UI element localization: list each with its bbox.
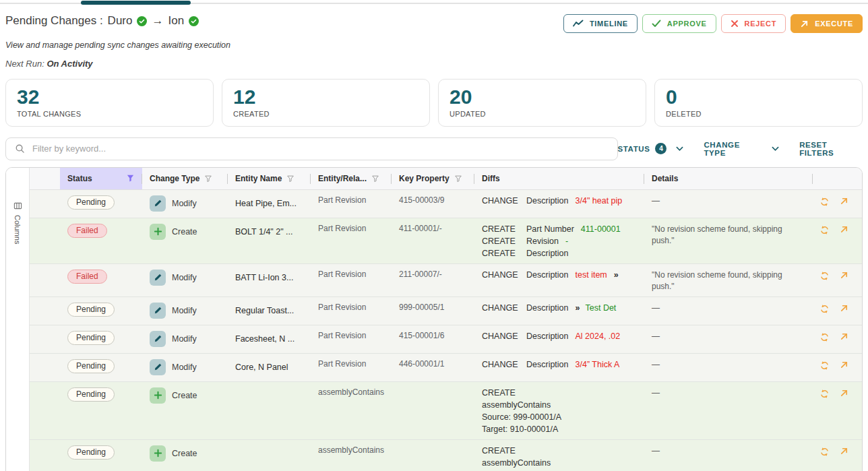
entity-relationship-cell: Part Revision [311, 190, 392, 218]
diff-line: CREATE [482, 445, 637, 457]
retry-sync-icon[interactable] [819, 389, 830, 399]
top-scrollbar-thumb[interactable] [81, 1, 191, 5]
diffs-cell: CHANGEDescriptiontest item» [474, 264, 644, 296]
filter-funnel-icon[interactable] [204, 175, 212, 183]
stat-value: 0 [666, 86, 851, 109]
diffs-cell: CHANGEDescription»Test Det [474, 297, 644, 325]
timeline-icon [573, 20, 584, 28]
columns-panel-label: Columns [13, 215, 22, 244]
change-type-cell: Create [142, 218, 228, 263]
open-change-icon[interactable] [840, 271, 848, 280]
filter-funnel-icon[interactable] [454, 175, 462, 183]
row-select-cell [30, 354, 60, 381]
change-type-cell: Create [142, 382, 228, 439]
reset-filters-button[interactable]: RESET FILTERS [799, 141, 863, 157]
change-type-label: Modify [172, 331, 197, 347]
create-icon [150, 445, 166, 462]
status-badge: Pending [67, 331, 115, 345]
pending-changes-table: Columns Status Change Type En [5, 167, 863, 471]
entity-name-cell: Regular Toast... [228, 297, 311, 325]
open-change-icon[interactable] [840, 197, 848, 206]
table-row: PendingModifyFacesheet, N ...Part Revisi… [30, 325, 862, 354]
page-subtitle: View and manage pending sync changes awa… [5, 40, 863, 50]
retry-sync-icon[interactable] [819, 271, 830, 281]
retry-sync-icon[interactable] [819, 332, 830, 342]
header-key-property[interactable]: Key Property [392, 168, 474, 189]
table-header-row: Status Change Type Entity Name [30, 168, 862, 190]
entity-relationship-cell: Part Revision [311, 218, 392, 263]
entity-relationship-cell: assemblyContains [311, 382, 392, 439]
diff-plain-segment: Source: 999-00001/A [482, 411, 561, 423]
diffs-cell: CREATEassemblyContainsSource: 999-00001/… [474, 382, 644, 439]
header-change-type[interactable]: Change Type [142, 168, 228, 189]
retry-sync-icon[interactable] [819, 304, 830, 314]
table-row: FailedModifyBATT Li-Ion 3...Part Revisio… [30, 264, 862, 297]
header-entity-name[interactable]: Entity Name [228, 168, 311, 189]
header-entity-relationship[interactable]: Entity/Rela... [311, 168, 392, 189]
approve-button[interactable]: APPROVE [642, 14, 716, 33]
retry-sync-icon[interactable] [819, 447, 830, 457]
open-change-icon[interactable] [840, 332, 848, 341]
entity-name-cell: BATT Li-Ion 3... [228, 264, 311, 296]
filter-funnel-icon[interactable] [371, 175, 379, 183]
diff-op-segment: CREATE [482, 445, 520, 457]
reject-button[interactable]: REJECT [721, 14, 786, 33]
status-filter-dropdown[interactable]: STATUS 4 [618, 143, 684, 154]
diff-plain-segment: Target: 910-00001/A [482, 423, 558, 435]
key-property-cell: 415-00003/9 [392, 190, 474, 218]
retry-sync-icon[interactable] [819, 225, 830, 235]
open-change-icon[interactable] [840, 447, 848, 456]
header-label: Status [67, 174, 92, 183]
open-change-icon[interactable] [840, 360, 848, 369]
header-details: Details [644, 168, 813, 189]
row-actions-cell [813, 325, 858, 353]
status-filter-count-badge: 4 [655, 143, 666, 154]
stat-label: DELETED [666, 110, 851, 118]
stat-card-deleted: 0 DELETED [654, 79, 863, 127]
diff-old-segment: 3/4” Thick A [576, 358, 620, 371]
open-change-icon[interactable] [840, 389, 848, 398]
timeline-button[interactable]: TIMELINE [563, 14, 638, 33]
columns-panel-toggle[interactable]: Columns [6, 168, 30, 471]
keyword-filter[interactable] [5, 137, 618, 160]
status-cell: Pending [60, 440, 142, 471]
retry-sync-icon[interactable] [819, 360, 830, 371]
header-label: Key Property [399, 174, 450, 183]
details-cell: — [644, 382, 813, 439]
change-type-cell: Create [142, 440, 228, 471]
open-change-icon[interactable] [840, 225, 848, 234]
diff-op-segment: CHANGE [482, 330, 520, 342]
status-badge: Pending [67, 387, 115, 402]
entity-relationship-cell: assemblyContains [311, 440, 392, 471]
diff-new-segment: Test Det [585, 302, 616, 314]
diff-field-segment: Description [526, 195, 569, 207]
row-actions-cell [813, 354, 858, 381]
modify-icon [150, 359, 166, 375]
change-type-filter-dropdown[interactable]: CHANGE TYPE [704, 141, 779, 157]
diff-line: assemblyContains [482, 399, 637, 411]
top-scrollbar[interactable] [0, 0, 868, 5]
stats-row: 32 TOTAL CHANGES 12 CREATED 20 UPDATED 0… [5, 79, 863, 127]
check-icon [652, 20, 661, 28]
arrow-up-right-icon [800, 20, 809, 28]
change-type-cell: Modify [142, 264, 228, 296]
diffs-cell: CHANGEDescription3/4” Thick A [474, 354, 644, 381]
entity-relationship-cell: Part Revision [311, 354, 392, 381]
diff-line: Source: 999-00001/A [482, 411, 637, 423]
entity-name-cell: BOLT 1/4" 2" ... [228, 218, 311, 263]
filter-funnel-icon[interactable] [286, 175, 294, 183]
chevron-down-icon [772, 146, 779, 152]
header-status[interactable]: Status [60, 168, 142, 189]
retry-sync-icon[interactable] [819, 197, 830, 207]
open-change-icon[interactable] [840, 304, 848, 313]
diff-line: CREATERevision- [482, 235, 637, 247]
execute-button[interactable]: EXECUTE [790, 14, 863, 33]
filter-funnel-icon-active[interactable] [126, 174, 135, 183]
status-cell: Failed [60, 264, 142, 296]
row-select-cell [30, 190, 60, 218]
search-input[interactable] [32, 144, 609, 154]
diff-line: CREATEDescription [482, 247, 637, 259]
entity-relationship-cell: Part Revision [311, 325, 392, 353]
key-property-cell: 446-00001/1 [392, 354, 474, 381]
key-property-cell: 411-00001/- [392, 218, 474, 263]
